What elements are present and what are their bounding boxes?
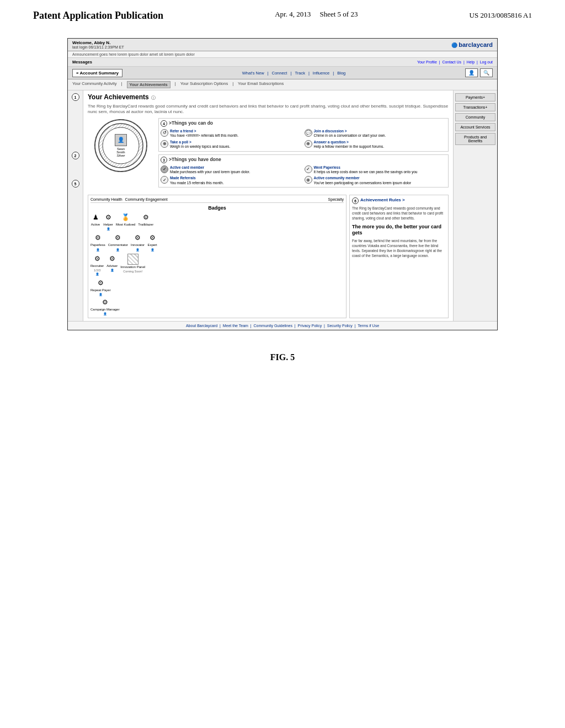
- badge-repeat-payer: ⚙ Repeat Payer 👤: [90, 278, 111, 296]
- badge-active-label: Active: [91, 223, 100, 227]
- messages-bar: Messages Your Profile | Contact Us | Hel…: [68, 58, 497, 67]
- nav-influence[interactable]: Influence: [313, 71, 329, 76]
- badge-campaign-person: 👤: [103, 312, 107, 315]
- nav-whats-new[interactable]: What's New: [242, 71, 264, 76]
- user-nav[interactable]: Your Profile | Contact Us | Help | Log o…: [417, 60, 493, 64]
- referrals-title: Made Referrals: [170, 176, 223, 180]
- badge-helper-label: Helper: [103, 223, 113, 227]
- main-content: Welcome, Abby N. last login 06/13/11 2:3…: [0, 27, 565, 341]
- badge-most-kudoed: 🏅 Most Kudoed: [116, 212, 135, 231]
- badge-innovator-label: Innovator: [131, 243, 145, 247]
- active-card-icon: ✓: [161, 165, 168, 173]
- achievement-rules-body: The Ring by BarclayCard rewards good com…: [352, 206, 446, 221]
- achievement-rules-title[interactable]: Achievement Rules >: [360, 197, 405, 202]
- ui-mockup: Welcome, Abby N. last login 06/13/11 2:3…: [67, 38, 498, 330]
- answer-icon: ⊕: [305, 140, 312, 148]
- poll-desc: Weigh in on weekly topics and issues.: [170, 144, 230, 149]
- paperless-desc: It helps us keep costs down so we can pa…: [314, 170, 418, 174]
- left-sidebar: 1 2 5: [68, 90, 83, 321]
- badge-campaign-manager: ⚙ Campaign Manager 👤: [90, 297, 120, 315]
- account-summary-button[interactable]: « Account Summary: [72, 69, 122, 77]
- poll-title[interactable]: Take a poll >: [170, 140, 230, 144]
- sidebar-products[interactable]: Products and Benefits: [455, 133, 495, 145]
- refer-desc: You have <#####> referrals left this mon…: [170, 133, 238, 138]
- page-title: Your Achievements: [88, 93, 149, 101]
- sidebar-transactions[interactable]: Transactions+: [455, 103, 495, 111]
- badge-commentator-label: Commentator: [108, 243, 128, 247]
- badge-recruiter-sub: 1/2/3: [94, 269, 100, 272]
- badge-commentator-icon: ⚙: [113, 233, 123, 243]
- user-icon[interactable]: 👤: [465, 68, 478, 77]
- ring-container: 👤 SeanSmithSilver: [93, 118, 148, 173]
- sub-nav-community-activity[interactable]: Your Community Activity: [72, 81, 117, 88]
- badge-recruiter-label: Recruiter: [90, 264, 104, 268]
- sidebar-community[interactable]: Community: [455, 113, 495, 121]
- patent-number: US 2013/0085816 A1: [470, 10, 532, 22]
- sub-nav-subscription[interactable]: Your Subscription Options: [180, 81, 228, 88]
- badge-commentator: ⚙ Commentator 👤: [108, 233, 128, 251]
- thing-answer: ⊕ Answer a question > Help a fellow memb…: [305, 140, 447, 149]
- badge-trailblazer-label: Trailblazer: [138, 223, 153, 227]
- join-icon: 💬: [305, 129, 312, 137]
- patent-date: Apr. 4, 2013 Sheet 5 of 23: [264, 10, 369, 19]
- things-container: 👤 SeanSmithSilver 4 >Things you can do: [88, 118, 449, 191]
- sidebar-account-services[interactable]: Account Services: [455, 123, 495, 131]
- patent-title: Patent Application Publication: [33, 10, 163, 22]
- badge-adviser-icon: ⚙: [107, 254, 117, 264]
- messages-label: Messages: [72, 60, 92, 65]
- callout-4: 4: [161, 120, 167, 127]
- badge-adviser-person: 👤: [110, 269, 114, 272]
- footer-privacy[interactable]: Privacy Policy: [298, 324, 322, 328]
- nav-connect[interactable]: Connect: [272, 71, 287, 76]
- badge-recruiter: ⚙ Recruiter 1/2/3 👤: [90, 254, 104, 276]
- badges-category-health: Community Health: [90, 197, 122, 201]
- help-icon[interactable]: ⓘ: [151, 95, 156, 101]
- callout-3: 3: [161, 157, 167, 163]
- badge-expert-icon: ⚙: [147, 233, 157, 243]
- footer-team[interactable]: Meet the Team: [223, 324, 248, 328]
- community-icon: ⊕: [305, 176, 312, 184]
- badge-paperless: ⚙ Paperless 👤: [90, 233, 105, 251]
- figure-label: FIG. 5: [0, 352, 565, 362]
- referrals-desc: You made 15 referrals this month.: [170, 181, 223, 185]
- nav-bar: « Account Summary What's New | Connect |…: [68, 67, 497, 79]
- nav-blog[interactable]: Blog: [337, 71, 345, 76]
- badge-active-icon: ♟: [90, 212, 100, 222]
- badge-repeat-person: 👤: [99, 293, 103, 296]
- badge-paperless-person: 👤: [96, 248, 100, 251]
- sub-nav-your-achievements[interactable]: Your Achievements: [127, 81, 170, 88]
- mockup-footer: About Barclaycard | Meet the Team | Comm…: [68, 321, 497, 330]
- community-title: Active community member: [314, 176, 412, 180]
- footer-security[interactable]: Security Policy: [327, 324, 353, 328]
- active-card-title: Active card member: [170, 165, 250, 170]
- things-have-done-title: >Things you have done: [169, 157, 221, 162]
- thing-community: ⊕ Active community member You've been pa…: [305, 176, 447, 185]
- join-title[interactable]: Join a discussion >: [314, 129, 386, 133]
- badge-helper-icon: ⚙: [103, 212, 113, 222]
- badge-innovation-panel: Innovation Panel Coming Soon!: [120, 254, 145, 276]
- badge-recruiter-person: 👤: [95, 272, 99, 276]
- sub-nav-email[interactable]: Your Email Subscriptions: [238, 81, 284, 88]
- ring-center: 👤 SeanSmithSilver: [115, 134, 127, 157]
- badges-panel: Community Health Community Engagement Sp…: [88, 195, 347, 318]
- answer-title[interactable]: Answer a question >: [314, 140, 385, 144]
- badge-trailblazer-icon: ⚙: [141, 212, 151, 222]
- sidebar-payments[interactable]: Payments+: [455, 93, 495, 101]
- footer-guidelines[interactable]: Community Guidelines: [254, 324, 292, 328]
- badge-innovator-icon: ⚙: [133, 233, 143, 243]
- badges-row-4: ⚙ Repeat Payer 👤: [90, 278, 344, 296]
- badge-paperless-label: Paperless: [90, 243, 105, 247]
- badge-expert-label: Expert: [147, 243, 157, 247]
- mockup-body: 1 2 5 Your Achievements ⓘ The Ring by Ba…: [68, 90, 497, 321]
- badges-category-engagement: Community Engagement: [125, 197, 168, 201]
- search-icon[interactable]: 🔍: [480, 68, 493, 77]
- nav-track[interactable]: Track: [295, 71, 305, 76]
- callout-2: 2: [72, 152, 79, 159]
- refer-title[interactable]: Refer a friend >: [170, 129, 238, 133]
- badge-kudoed-label: Most Kudoed: [116, 223, 135, 227]
- footer-about[interactable]: About Barclaycard: [186, 324, 217, 328]
- badge-kudoed-icon: 🏅: [121, 212, 131, 222]
- callout-5: 5: [72, 180, 79, 188]
- footer-terms[interactable]: Terms if Use: [358, 324, 379, 328]
- page-header: Patent Application Publication Apr. 4, 2…: [0, 0, 565, 27]
